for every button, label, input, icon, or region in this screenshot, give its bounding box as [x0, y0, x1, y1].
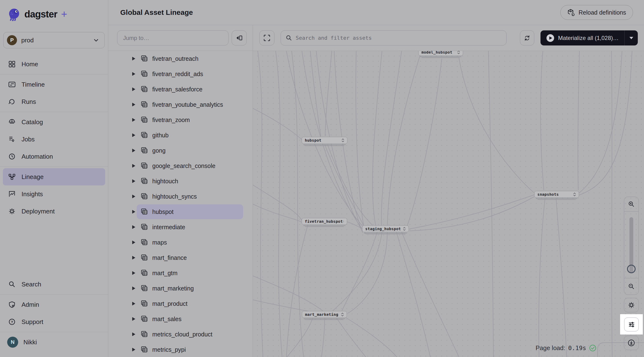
asset-group-row-fivetran_outreach[interactable]: fivetran_outreach — [108, 51, 253, 66]
user-menu[interactable]: N Nikki — [3, 333, 105, 351]
graph-node-label: fivetran_hubspot — [305, 219, 343, 224]
sidebar-item-support[interactable]: ? Support — [3, 313, 105, 330]
unfold-icon[interactable] — [403, 227, 406, 231]
graph-settings-button[interactable] — [624, 298, 639, 312]
asset-group-row-hightouch_syncs[interactable]: hightouch_syncs — [108, 189, 253, 204]
zoom-in-button[interactable] — [624, 197, 638, 211]
unfold-icon[interactable] — [342, 138, 344, 142]
zoom-slider[interactable] — [624, 211, 638, 278]
fullscreen-icon — [263, 34, 270, 42]
expand-caret-icon[interactable] — [132, 348, 135, 351]
refresh-icon — [524, 35, 531, 42]
sidebar-item-timeline[interactable]: Timeline — [3, 76, 105, 93]
asset-group-row-fivetran_zoom[interactable]: fivetran_zoom — [108, 112, 253, 128]
asset-group-icon — [140, 285, 148, 292]
expand-caret-icon[interactable] — [132, 57, 135, 61]
sidebar-item-admin[interactable]: Admin — [3, 296, 105, 313]
asset-search-input[interactable] — [281, 30, 506, 46]
sidebar-item-home[interactable]: Home — [3, 56, 105, 73]
asset-group-row-github[interactable]: github — [108, 128, 253, 143]
graph-node-snapshots[interactable]: snapshots — [534, 191, 579, 198]
asset-group-row-maps[interactable]: maps — [108, 235, 253, 250]
expand-caret-icon[interactable] — [132, 271, 135, 275]
expand-caret-icon[interactable] — [132, 317, 135, 321]
zoom-slider-handle[interactable] — [627, 265, 636, 273]
expand-caret-icon[interactable] — [132, 164, 135, 168]
sidebar-item-search[interactable]: Search — [3, 276, 105, 293]
dagster-logo-icon — [7, 7, 21, 21]
deployment-gear-icon — [8, 207, 16, 215]
caret-down-icon — [630, 37, 633, 39]
expand-caret-icon[interactable] — [132, 225, 135, 229]
reload-definitions-button[interactable]: Reload definitions — [560, 5, 633, 20]
unfold-icon[interactable] — [343, 219, 344, 223]
divider — [0, 112, 108, 112]
unfold-icon[interactable] — [341, 312, 344, 316]
sidebar-item-label: Deployment — [22, 208, 55, 215]
asset-group-row-gong[interactable]: gong — [108, 143, 253, 158]
graph-node-staging_hubspot[interactable]: staging_hubspot — [362, 225, 409, 232]
sidebar-item-catalog[interactable]: Catalog — [3, 113, 105, 131]
tree-toolbar — [108, 25, 253, 51]
refresh-button[interactable] — [520, 30, 534, 46]
asset-group-row-metrics_pypi[interactable]: metrics_pypi — [108, 342, 253, 357]
asset-group-row-mart_marketing[interactable]: mart_marketing — [108, 281, 253, 296]
sidebar-item-label: Support — [22, 318, 43, 326]
sidebar-item-insights[interactable]: Insights — [3, 185, 105, 203]
unfold-icon[interactable] — [457, 51, 460, 54]
expand-caret-icon[interactable] — [132, 103, 135, 107]
expand-caret-icon[interactable] — [132, 256, 135, 260]
play-circle-icon — [546, 34, 554, 42]
workspace-selector[interactable]: P prod — [3, 32, 105, 48]
asset-group-row-fivetran_youtube_analytics[interactable]: fivetran_youtube_analytics — [108, 97, 253, 112]
expand-caret-icon[interactable] — [132, 195, 135, 198]
asset-group-row-fivetran_reddit_ads[interactable]: fivetran_reddit_ads — [108, 66, 253, 82]
graph-node-mart_marketing[interactable]: mart_marketing — [302, 311, 347, 318]
sidebar-item-lineage[interactable]: Lineage — [3, 168, 105, 185]
asset-group-row-mart_gtm[interactable]: mart_gtm — [108, 265, 253, 281]
sidebar-item-jobs[interactable]: Jobs — [3, 131, 105, 148]
asset-group-row-mart_sales[interactable]: mart_sales — [108, 311, 253, 327]
graph-node-model_hubspot[interactable]: model_hubspot — [418, 51, 463, 56]
asset-group-row-hubspot[interactable]: hubspot — [108, 204, 253, 219]
graph-node-fivetran_hubspot[interactable]: fivetran_hubspot — [302, 218, 347, 225]
lineage-canvas[interactable]: model_hubspothubspotsnapshotsfivetran_hu… — [253, 51, 644, 357]
asset-group-label: fivetran_zoom — [152, 117, 190, 124]
sidebar-item-automation[interactable]: Automation — [3, 148, 105, 165]
unfold-icon[interactable] — [573, 192, 576, 196]
collapse-panel-button[interactable] — [232, 30, 247, 46]
download-graph-button[interactable] — [624, 336, 639, 350]
asset-group-row-metrics_cloud_product[interactable]: metrics_cloud_product — [108, 327, 253, 342]
brand-name: dagster — [24, 9, 57, 20]
expand-caret-icon[interactable] — [132, 133, 135, 137]
expand-caret-icon[interactable] — [132, 302, 135, 305]
asset-group-label: maps — [152, 239, 167, 246]
fullscreen-button[interactable] — [259, 30, 274, 46]
expand-caret-icon[interactable] — [132, 332, 135, 336]
asset-group-row-mart_finance[interactable]: mart_finance — [108, 250, 253, 265]
jump-to-input[interactable] — [117, 30, 228, 46]
asset-group-row-google_search_console[interactable]: google_search_console — [108, 158, 253, 173]
asset-group-row-hightouch[interactable]: hightouch — [108, 173, 253, 189]
expand-caret-icon[interactable] — [132, 87, 135, 91]
expand-caret-icon[interactable] — [132, 240, 135, 244]
asset-group-icon — [140, 331, 148, 338]
graph-filters-button[interactable] — [624, 317, 639, 331]
graph-node-hubspot[interactable]: hubspot — [302, 137, 347, 144]
expand-caret-icon[interactable] — [132, 118, 135, 122]
sidebar: dagster + P prod Home Timeline Runs — [0, 0, 108, 357]
expand-caret-icon[interactable] — [132, 210, 135, 214]
expand-caret-icon[interactable] — [132, 72, 135, 76]
expand-caret-icon[interactable] — [132, 286, 135, 290]
asset-group-row-fivetran_salesforce[interactable]: fivetran_salesforce — [108, 82, 253, 97]
expand-caret-icon[interactable] — [132, 179, 135, 183]
asset-group-icon — [140, 101, 148, 108]
materialize-all-button[interactable]: Materialize all (1,028)… — [540, 30, 624, 46]
asset-group-row-intermediate[interactable]: intermediate — [108, 219, 253, 235]
sidebar-item-deployment[interactable]: Deployment — [3, 203, 105, 220]
sidebar-item-runs[interactable]: Runs — [3, 93, 105, 110]
materialize-options-button[interactable] — [624, 30, 638, 46]
zoom-out-button[interactable] — [624, 278, 638, 294]
expand-caret-icon[interactable] — [132, 149, 135, 152]
asset-group-row-mart_product[interactable]: mart_product — [108, 296, 253, 311]
